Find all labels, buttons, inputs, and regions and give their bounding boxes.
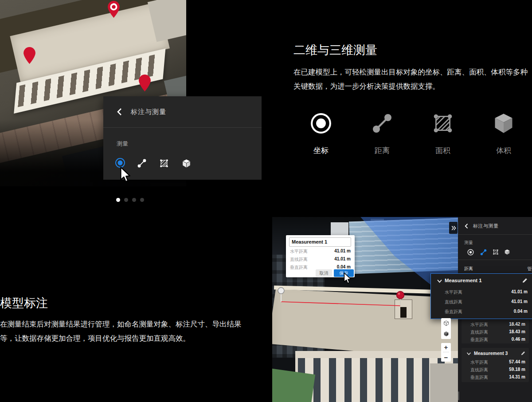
measurement-card-1-selected[interactable]: Measurement 1 水平距离 41.01 m 直线距离 41.01 m … [430,273,532,319]
zoom-controls: + − [441,343,451,362]
coordinate-icon [467,249,474,256]
distance-icon [480,249,487,256]
scrollbar-thumb[interactable] [458,391,459,400]
chevron-double-right-icon [451,225,456,231]
row-value: 0.04 m [337,264,351,269]
zoom-out-button[interactable]: − [444,354,448,361]
row-label: 直线距离 [470,329,488,335]
cancel-button[interactable]: 取消 [316,269,332,277]
area-icon [493,249,499,255]
map-pin-icon [23,47,35,64]
distance-tool-selected[interactable] [479,248,487,256]
panel-header: 标注与测量 [103,96,262,127]
map-pin-icon [139,75,151,91]
distance-icon [137,158,147,168]
volume-icon [504,249,510,255]
measurement-card-2[interactable]: 水平距离 18.42 m 直线距离 18.43 m 垂直距离 0.46 m [462,319,529,343]
row-value: 41.01 m [511,289,528,294]
row-value: 14.31 m [509,374,525,379]
feature-label: 距离 [359,146,405,156]
row-label: 水平距离 [290,248,308,255]
area-icon [432,112,454,134]
measure-point-start[interactable] [278,288,284,294]
carousel-dot[interactable] [124,198,128,202]
row-value: 57.44 m [509,359,525,364]
row-label: 水平距离 [445,289,462,296]
measurement-name: Measurement 3 [474,351,508,356]
divider [458,260,532,260]
row-label: 垂直距离 [470,374,488,381]
measurement-popup: Measurement 1 水平距离 41.01 m 直线距离 41.01 m … [286,235,355,277]
feature-distance: 距离 [359,112,405,156]
distance-tool[interactable] [136,158,148,169]
volume-tool[interactable] [503,248,511,256]
carousel-dot[interactable] [132,198,136,202]
row-value: 18.42 m [509,322,525,327]
row-label: 水平距离 [470,322,488,328]
cube-filled-icon[interactable] [443,331,449,337]
measure-point-end[interactable] [397,292,404,299]
sidebar-title: 标注与测量 [473,223,499,229]
feature-coordinate: 坐标 [298,112,344,156]
divider [443,352,449,352]
zoom-in-button[interactable]: + [444,344,448,351]
edit-pencil-icon[interactable] [522,278,528,283]
back-chevron-icon[interactable] [464,223,469,229]
row-label: 直线距离 [445,299,462,305]
divider [458,234,532,235]
area-tool[interactable] [158,158,170,169]
row-value: 59.18 m [509,367,525,372]
tab-distance[interactable]: 距离 [464,266,473,272]
cursor-icon [117,166,133,184]
carousel-dots [116,198,144,202]
feature-label: 坐标 [298,146,344,156]
cube-outline-icon[interactable] [443,320,449,326]
row-value: 0.04 m [514,309,528,314]
measure-section-label: 测量 [117,140,128,148]
divider [103,127,262,128]
volume-icon [492,112,515,135]
coordinate-tool[interactable] [466,248,474,256]
measurement-name: Measurement 1 [445,278,482,283]
feature-label: 体积 [481,146,527,156]
popup-row: 水平距离 41.01 m [290,248,351,255]
row-label: 直线距离 [290,256,308,263]
map-pin-ring-icon [108,1,120,18]
area-tool[interactable] [492,248,500,256]
feature-volume: 体积 [481,112,527,156]
section-desc-measure: 在已建模型上，可轻松测量出目标对象的坐标、距离、面积、体积等多种关键数据，为进一… [293,65,532,93]
cursor-icon [342,272,353,285]
feature-icons-row: 坐标 距离 面积 [293,112,532,161]
coordinate-icon [310,112,332,134]
back-chevron-icon[interactable] [116,108,123,116]
feature-area: 面积 [420,112,466,156]
edit-pencil-icon[interactable] [521,351,525,355]
volume-icon [181,158,192,169]
sidebar-collapse-button[interactable] [449,222,458,234]
volume-tool[interactable] [180,158,192,169]
feature-label: 面积 [420,146,466,156]
measurement-name-input[interactable]: Measurement 1 [289,237,351,247]
annotate-measure-panel: 标注与测量 测量 [103,96,262,180]
view-tools [441,318,451,339]
distance-icon [372,113,393,134]
carousel-dot-active[interactable] [116,198,120,202]
row-label: 水平距离 [470,359,488,366]
chevron-down-icon[interactable] [466,352,471,355]
carousel-dot[interactable] [140,198,144,202]
row-value: 41.01 m [511,299,528,304]
popup-row: 直线距离 41.01 m [290,256,351,263]
row-value: 41.01 m [334,256,351,261]
row-label: 垂直距离 [470,337,488,343]
row-label: 直线距离 [470,367,488,373]
page: 标注与测量 测量 [0,0,532,402]
section-title-annotation: 模型标注 [0,295,48,311]
area-icon [159,158,169,168]
row-value: 41.01 m [334,248,351,253]
row-label: 垂直距离 [445,309,462,315]
tab-manage[interactable]: 管理 [527,266,532,272]
measure-section-label: 测量 [464,240,473,246]
row-label: 垂直距离 [290,264,308,271]
measurement-card-3[interactable]: Measurement 3 水平距离 57.44 m 直线距离 59.18 m … [462,348,529,382]
chevron-down-icon[interactable] [437,279,442,283]
